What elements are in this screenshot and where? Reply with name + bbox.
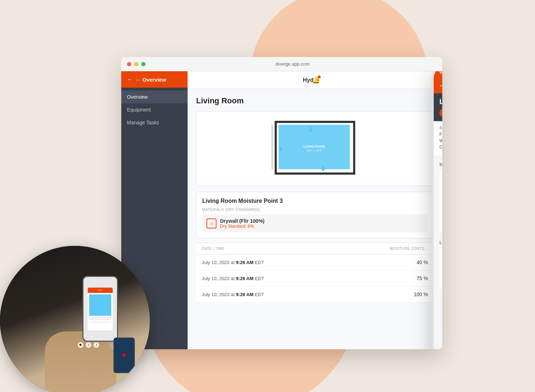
phone-screen-content: Hydro <box>88 288 113 330</box>
section-title: Living Room Moisture Point 3 <box>202 198 428 204</box>
hand-with-phone: Hydro ⏺ ⟨ ⟩ <box>0 246 150 392</box>
svg-text:💧: 💧 <box>277 146 283 151</box>
minimize-button[interactable] <box>134 62 138 66</box>
svg-text:💧: 💧 <box>307 126 314 132</box>
sidebar-item-manage-tasks[interactable]: Manage Tasks <box>121 116 188 129</box>
material-name: Drywall (Flir 100%) <box>220 218 265 224</box>
svg-text:LIVING ROOM: LIVING ROOM <box>304 145 325 148</box>
address-bar[interactable]: diverge.app.com <box>148 61 437 67</box>
size-table-header: Size Ft² Affected % affected <box>439 125 442 130</box>
material-standard: Dry Standard: 6% <box>220 224 265 229</box>
size-wall-label: Wall 666 ft² <box>439 138 442 143</box>
secondary-device <box>113 337 135 373</box>
phone-room-name: Living Room <box>439 98 442 106</box>
sidebar-nav: Overview Equipment Manage Tasks <box>121 88 188 132</box>
last-affected-section: Last Affected Area Reading ⊡ Living Room… <box>434 237 442 292</box>
notification-bell[interactable]: 🔔 <box>312 76 320 84</box>
recording-controls: ⏺ ⟨ ⟩ <box>78 342 99 348</box>
phone-status-bar: 9:26 SOS 📶 75 <box>434 71 442 78</box>
browser-window: diverge.app.com ← ← Overview Overview Eq… <box>121 57 442 349</box>
reading-date-3: July 10, 2023 at 9:26 AM EDT <box>202 292 264 297</box>
browser-chrome: diverge.app.com <box>121 57 442 71</box>
page-content: Living Room LIVING ROOM 20'9" × 16'3" <box>188 89 442 310</box>
size-col-size: Size <box>439 125 442 130</box>
size-table: Size Ft² Affected % affected Floor 336 f… <box>434 121 442 155</box>
data-table: DATE / TIME MOISTURE CONTE... July 10, 2… <box>196 243 434 303</box>
table-row: July 10, 2023 at 9:26 AM EDT 100 % <box>196 287 434 303</box>
sidebar-item-equipment[interactable]: Equipment <box>121 103 188 116</box>
size-row-floor: Floor 336 ft² 336 ft² 100% <box>439 132 442 137</box>
phone-time: 9:26 <box>439 71 442 75</box>
reading-value-2: 75 % <box>417 275 428 281</box>
moisture-map-card: SH Steve Holt Created July 10, 2023 at 9… <box>439 170 442 232</box>
moisture-map-section: Moisture Map SH Steve Holt Created July … <box>434 158 442 237</box>
size-row-ceiling: Ceiling 336 ft² 0 ft² – <box>439 145 442 150</box>
app-layout: ← ← Overview Overview Equipment Manage T… <box>121 71 442 349</box>
phone-screen: Hydro <box>83 277 117 341</box>
maximize-button[interactable] <box>141 62 146 66</box>
last-affected-title: Last Affected Area Reading <box>439 240 442 245</box>
phone-room-header: Living Room Affected <box>434 93 442 121</box>
table-row: July 10, 2023 at 9:26 AM EDT 75 % <box>196 270 434 287</box>
phone-mockup: 9:26 SOS 📶 75 ← Main Level <box>432 71 442 349</box>
material-item: ◇ Drywall (Flir 100%) Dry Standard: 6% <box>202 215 428 232</box>
sidebar-back-label[interactable]: ← Overview <box>136 77 166 83</box>
phone-back-icon[interactable]: ← <box>439 82 442 89</box>
moisture-point-section: Living Room Moisture Point 3 MATERIALS (… <box>196 192 434 238</box>
floor-plan-svg: LIVING ROOM 20'9" × 16'3" 💧 💧 💧 <box>265 118 365 179</box>
date-header: DATE / TIME <box>202 247 224 251</box>
back-icon: ← <box>127 76 133 83</box>
sidebar-header[interactable]: ← ← Overview <box>121 71 188 88</box>
table-row: July 10, 2023 at 9:26 AM EDT 40 % <box>196 254 434 270</box>
moisture-header: MOISTURE CONTE... <box>390 247 428 251</box>
size-floor-label: Floor 336 ft² <box>439 132 442 137</box>
last-affected-card: ⊡ Living Room Affected Temp 7 <box>439 248 442 289</box>
size-row-wall: Wall 666 ft² 399.6 ft² 60% <box>439 138 442 143</box>
reading-date-2: July 10, 2023 at 9:26 AM EDT <box>202 276 264 281</box>
sidebar-item-overview[interactable]: Overview <box>121 91 188 103</box>
table-header-row: DATE / TIME MOISTURE CONTE... <box>196 243 434 254</box>
map-user-row: SH Steve Holt Created July 10, 2023 at 9… <box>439 170 442 187</box>
material-icon: ◇ <box>207 218 216 228</box>
main-content: Hydro 🔔 Living Room <box>188 71 442 349</box>
phone-nav-header: ← Main Level <box>434 78 442 93</box>
page-title: Living Room <box>196 96 434 105</box>
reading-value-3: 100 % <box>414 292 428 297</box>
svg-text:💧: 💧 <box>320 166 326 171</box>
reading-date-1: July 10, 2023 at 9:26 AM EDT <box>202 260 264 265</box>
close-button[interactable] <box>127 62 131 66</box>
phone-body: Hydro <box>82 276 118 342</box>
phone-affected-badge: Affected <box>439 109 442 117</box>
size-ceiling-label: Ceiling 336 ft² <box>439 145 442 150</box>
svg-text:20'9" × 16'3": 20'9" × 16'3" <box>306 149 322 152</box>
notification-dot <box>318 76 321 78</box>
main-header: Hydro 🔔 <box>188 71 442 89</box>
mini-floor-plan: LIVING ROOM 20'9" × 16'2" <box>439 187 442 232</box>
circular-photo: Hydro ⏺ ⟨ ⟩ <box>0 246 150 392</box>
reading-value-1: 40 % <box>417 259 428 265</box>
materials-label: MATERIALS (DRY STANDARDS) <box>202 208 428 212</box>
floor-plan-container: LIVING ROOM 20'9" × 16'3" 💧 💧 💧 <box>196 111 434 186</box>
phone-content: Size Ft² Affected % affected Floor 336 f… <box>434 121 442 349</box>
moisture-map-title: Moisture Map <box>439 162 442 167</box>
